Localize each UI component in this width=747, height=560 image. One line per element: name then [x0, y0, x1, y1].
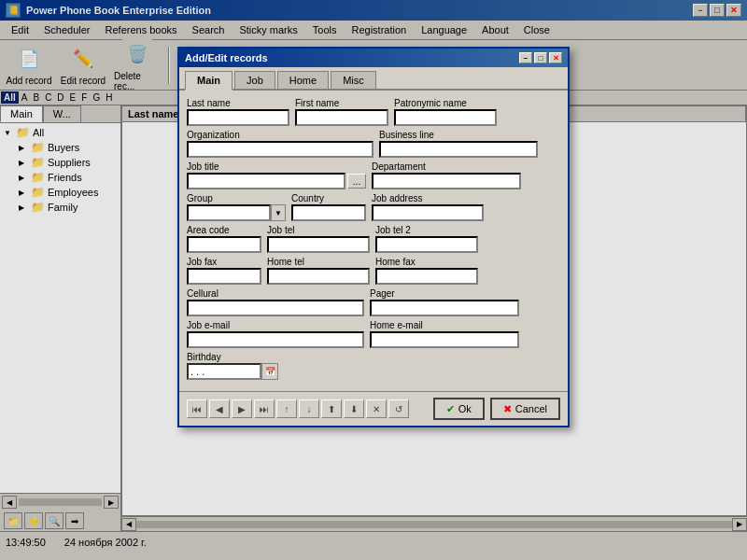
label-job-fax: Job fax [187, 257, 261, 267]
add-edit-dialog: Add/Edit records − □ ✕ Main Job Home Mis… [177, 47, 570, 427]
nav-bottom[interactable]: ⬇ [344, 399, 364, 418]
input-organization[interactable] [187, 141, 374, 158]
input-business-line[interactable] [379, 141, 538, 158]
input-job-fax[interactable] [187, 268, 261, 285]
input-pager[interactable] [370, 300, 519, 316]
form-row-names: Last name First name Patronymic name [187, 98, 560, 126]
input-patronymic[interactable] [394, 109, 497, 126]
label-group: Group [187, 193, 286, 203]
field-job-address: Job address [372, 193, 484, 221]
label-first-name: First name [295, 98, 388, 108]
input-last-name[interactable] [187, 109, 289, 126]
field-last-name: Last name [187, 98, 289, 126]
nav-down[interactable]: ↓ [299, 399, 319, 418]
input-first-name[interactable] [295, 109, 388, 126]
cancel-icon: ✖ [503, 403, 512, 415]
input-job-title[interactable] [187, 173, 345, 189]
input-birthday[interactable] [187, 363, 261, 380]
input-home-tel[interactable] [267, 268, 370, 285]
nav-last[interactable]: ⏭ [254, 399, 275, 418]
label-job-title: Job title [187, 161, 366, 172]
field-country: Country [291, 193, 366, 221]
label-job-address: Job address [372, 193, 484, 203]
field-home-email: Home e-mail [370, 320, 519, 348]
group-dropdown-arrow[interactable]: ▼ [271, 204, 286, 221]
field-cellular: Cellural [187, 288, 364, 316]
label-job-tel2: Job tel 2 [375, 225, 478, 235]
dialog-close[interactable]: ✕ [549, 52, 562, 63]
nav-first[interactable]: ⏮ [187, 399, 207, 418]
ellipsis-button[interactable]: ... [347, 174, 366, 189]
cancel-label: Cancel [515, 403, 547, 414]
form-row-job: Job title ... Departament [187, 161, 560, 189]
dialog-title-text: Add/Edit records [185, 52, 268, 63]
label-home-tel: Home tel [267, 257, 370, 267]
field-pager: Pager [370, 288, 519, 316]
nav-prev[interactable]: ◀ [209, 399, 230, 418]
nav-next[interactable]: ▶ [232, 399, 252, 418]
field-job-tel2: Job tel 2 [375, 225, 478, 253]
dialog-tabs: Main Job Home Misc [179, 67, 568, 91]
group-combo: ▼ [187, 204, 286, 221]
form-row-birthday: Birthday 📅 [187, 352, 560, 380]
input-home-fax[interactable] [375, 268, 478, 285]
field-business-line: Business line [379, 130, 538, 158]
nav-top[interactable]: ⬆ [321, 399, 342, 418]
field-job-title: Job title ... [187, 161, 366, 189]
dialog-tab-misc[interactable]: Misc [331, 71, 376, 89]
dialog-body: Last name First name Patronymic name Org… [179, 91, 568, 391]
field-home-fax: Home fax [375, 257, 478, 285]
cancel-button[interactable]: ✖ Cancel [490, 398, 560, 420]
dialog-tab-main[interactable]: Main [185, 71, 233, 91]
label-pager: Pager [370, 288, 519, 299]
input-group[interactable] [187, 204, 271, 221]
label-last-name: Last name [187, 98, 289, 108]
field-organization: Organization [187, 130, 374, 158]
form-row-cellular: Cellural Pager [187, 288, 560, 316]
dialog-overlay: Add/Edit records − □ ✕ Main Job Home Mis… [0, 0, 747, 560]
form-row-org: Organization Business line [187, 130, 560, 158]
input-home-email[interactable] [370, 331, 519, 348]
form-row-tel: Area code Job tel Job tel 2 [187, 225, 560, 253]
nav-up[interactable]: ↑ [276, 399, 297, 418]
input-job-email[interactable] [187, 331, 364, 348]
form-row-group: Group ▼ Country Job address [187, 193, 560, 221]
nav-delete[interactable]: ✕ [366, 399, 387, 418]
form-row-fax: Job fax Home tel Home fax [187, 257, 560, 285]
ok-icon: ✔ [446, 403, 455, 415]
input-job-address[interactable] [372, 204, 484, 221]
input-country[interactable] [291, 204, 366, 221]
input-cellular[interactable] [187, 300, 364, 316]
field-area-code: Area code [187, 225, 261, 253]
form-row-email: Job e-mail Home e-mail [187, 320, 560, 348]
ok-button[interactable]: ✔ Ok [433, 398, 485, 420]
dialog-minimize[interactable]: − [519, 52, 532, 63]
label-business-line: Business line [379, 130, 538, 140]
dialog-tab-home[interactable]: Home [277, 71, 329, 89]
input-department[interactable] [372, 173, 521, 189]
dialog-nav: ⏮ ◀ ▶ ⏭ ↑ ↓ ⬆ ⬇ ✕ ↺ ✔ Ok ✖ Cancel [179, 391, 568, 426]
field-job-email: Job e-mail [187, 320, 364, 348]
label-organization: Organization [187, 130, 374, 140]
label-job-email: Job e-mail [187, 320, 364, 330]
input-area-code[interactable] [187, 236, 261, 253]
field-birthday: Birthday 📅 [187, 352, 278, 380]
field-job-fax: Job fax [187, 257, 261, 285]
birthday-input-wrapper: 📅 [187, 363, 278, 380]
nav-refresh[interactable]: ↺ [388, 399, 409, 418]
input-job-tel2[interactable] [375, 236, 478, 253]
label-cellular: Cellural [187, 288, 364, 299]
field-job-tel: Job tel [267, 225, 370, 253]
label-area-code: Area code [187, 225, 261, 235]
calendar-button[interactable]: 📅 [261, 363, 278, 380]
label-country: Country [291, 193, 366, 203]
label-department: Departament [372, 161, 521, 172]
label-home-fax: Home fax [375, 257, 478, 267]
dialog-tab-job[interactable]: Job [234, 71, 275, 89]
input-job-tel[interactable] [267, 236, 370, 253]
dialog-maximize[interactable]: □ [534, 52, 547, 63]
field-home-tel: Home tel [267, 257, 370, 285]
label-job-tel: Job tel [267, 225, 370, 235]
field-first-name: First name [295, 98, 388, 126]
ok-label: Ok [458, 403, 472, 414]
